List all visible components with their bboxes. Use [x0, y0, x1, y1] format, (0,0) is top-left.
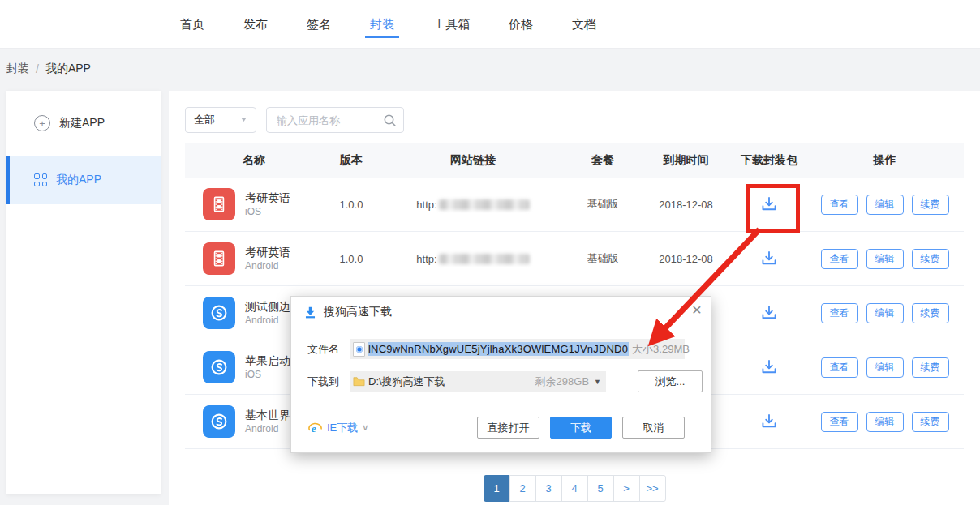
search-icon[interactable] — [383, 113, 397, 127]
filename-row: 文件名 lNC9wNnRNbXgwUE5jYjlhaXk3OWlEMG1JVnJ… — [307, 339, 686, 359]
download-package-button[interactable] — [757, 246, 781, 271]
col-actions: 操作 — [806, 153, 964, 168]
download-button[interactable]: 下载 — [550, 417, 612, 439]
sidebar-item-label: 我的APP — [56, 173, 101, 187]
download-solid-icon — [303, 306, 317, 319]
nav-item-price[interactable]: 价格 — [489, 0, 552, 49]
edit-button[interactable]: 编辑 — [866, 303, 904, 323]
app-name: 苹果启动 — [245, 353, 290, 368]
page: 首页 发布 签名 封装 工具箱 价格 文档 封装 / 我的APP + 新建APP… — [0, 0, 980, 505]
download-icon — [759, 248, 780, 269]
nav-item-toolbox[interactable]: 工具箱 — [414, 0, 489, 49]
sidebar-item-new-app[interactable]: + 新建APP — [6, 91, 161, 156]
plus-circle-icon: + — [34, 115, 50, 131]
link-prefix: http: — [416, 253, 436, 265]
table-row: 考研英语 iOS 1.0.0 http: 基础版 2018-12-08 查看 编… — [185, 178, 964, 232]
breadcrumb-section[interactable]: 封装 — [6, 62, 29, 76]
link-prefix: http: — [416, 199, 436, 211]
filename-value[interactable]: lNC9wNnRNbXgwUE5jYjlhaXk3OWlEMG1JVnJDND0 — [368, 342, 629, 356]
category-select[interactable]: 全部 ▼ — [185, 107, 256, 133]
renew-button[interactable]: 续费 — [912, 303, 949, 323]
app-name: 基本世界 — [245, 408, 290, 422]
page-1[interactable]: 1 — [484, 475, 510, 502]
view-button[interactable]: 查看 — [821, 412, 858, 432]
folder-icon — [353, 376, 365, 387]
top-nav: 首页 发布 签名 封装 工具箱 价格 文档 — [0, 0, 980, 49]
page-3[interactable]: 3 — [535, 475, 562, 502]
nav-item-publish[interactable]: 发布 — [224, 0, 287, 49]
open-directly-button[interactable]: 直接打开 — [477, 417, 539, 439]
renew-button[interactable]: 续费 — [912, 249, 949, 269]
row-actions: 查看 编辑 续费 — [806, 195, 964, 215]
app-package: 基础版 — [566, 197, 639, 212]
sidebar-item-my-app[interactable]: 我的APP — [6, 156, 161, 204]
file-size: 大小3.29MB — [632, 342, 690, 357]
ie-download-toggle[interactable]: e IE下载 ∨ — [307, 420, 368, 435]
film-app-icon — [203, 242, 235, 275]
ie-download-label: IE下载 — [327, 421, 358, 435]
view-button[interactable]: 查看 — [821, 195, 858, 215]
renew-button[interactable]: 续费 — [912, 357, 949, 378]
save-to-path: D:\搜狗高速下载 — [368, 374, 445, 389]
nav-item-signature[interactable]: 签名 — [287, 0, 350, 49]
search-input[interactable] — [275, 113, 383, 127]
download-dialog: 搜狗高速下载 × 文件名 lNC9wNnRNbXgwUE5jYjlhaXk3OW… — [290, 296, 711, 453]
table-header: 名称 版本 网站链接 套餐 到期时间 下载封装包 操作 — [185, 143, 964, 178]
caret-down-icon[interactable]: ▼ — [594, 378, 601, 386]
download-icon — [759, 357, 780, 378]
page-last[interactable]: >> — [639, 475, 666, 502]
page-4[interactable]: 4 — [561, 475, 588, 502]
col-link: 网站链接 — [380, 153, 566, 168]
app-link: http: — [380, 199, 566, 211]
app-version: 1.0.0 — [323, 253, 380, 265]
filename-label: 文件名 — [307, 342, 350, 357]
app-expires: 2018-12-08 — [639, 199, 733, 211]
app-name: 考研英语 — [245, 245, 290, 259]
close-icon[interactable]: × — [692, 301, 702, 318]
edit-button[interactable]: 编辑 — [866, 195, 904, 215]
filter-row: 全部 ▼ — [185, 107, 964, 133]
breadcrumb-separator: / — [36, 62, 39, 75]
grid-icon — [34, 173, 47, 186]
col-version: 版本 — [323, 153, 380, 168]
app-package: 基础版 — [566, 251, 639, 266]
sidebar-item-label: 新建APP — [59, 116, 105, 131]
page-5[interactable]: 5 — [587, 475, 614, 502]
pagination: 1 2 3 4 5 > >> — [185, 475, 964, 502]
caret-down-icon: ▼ — [240, 117, 247, 123]
download-package-button[interactable] — [757, 301, 781, 325]
nav-item-docs[interactable]: 文档 — [552, 0, 616, 49]
download-package-button[interactable] — [757, 409, 781, 434]
search-box — [266, 107, 404, 133]
view-button[interactable]: 查看 — [821, 303, 858, 323]
browse-button[interactable]: 浏览... — [638, 370, 703, 392]
edit-button[interactable]: 编辑 — [866, 357, 904, 378]
app-platform: iOS — [245, 205, 290, 218]
page-2[interactable]: 2 — [509, 475, 536, 502]
page-next[interactable]: > — [613, 475, 640, 502]
nav-item-home[interactable]: 首页 — [161, 0, 224, 49]
save-to-row: 下载到 D:\搜狗高速下载 剩余298GB ▼ 浏览... — [307, 371, 686, 392]
download-icon — [759, 411, 780, 432]
view-button[interactable]: 查看 — [821, 249, 858, 269]
app-platform: Android — [245, 259, 290, 272]
col-package: 套餐 — [566, 153, 639, 168]
sidebar: + 新建APP 我的APP — [6, 91, 161, 494]
view-button[interactable]: 查看 — [821, 357, 858, 378]
edit-button[interactable]: 编辑 — [866, 412, 904, 432]
nav-item-package[interactable]: 封装 — [350, 0, 414, 49]
renew-button[interactable]: 续费 — [912, 412, 949, 432]
col-expires: 到期时间 — [639, 153, 733, 168]
save-to-field[interactable]: D:\搜狗高速下载 剩余298GB ▼ — [350, 371, 606, 392]
download-package-button[interactable] — [757, 355, 781, 379]
renew-button[interactable]: 续费 — [912, 195, 949, 215]
edit-button[interactable]: 编辑 — [866, 249, 904, 269]
cancel-button[interactable]: 取消 — [622, 417, 685, 439]
dialog-footer: e IE下载 ∨ 直接打开 下载 取消 — [307, 417, 685, 439]
app-platform: Android — [245, 314, 290, 327]
app-name-cell: 考研英语 iOS — [185, 188, 323, 220]
filename-field[interactable]: lNC9wNnRNbXgwUE5jYjlhaXk3OWlEMG1JVnJDND0… — [350, 339, 685, 359]
col-download: 下载封装包 — [733, 153, 806, 168]
dialog-title: 搜狗高速下载 — [324, 305, 392, 319]
app-name-cell: 考研英语 Android — [185, 242, 323, 275]
